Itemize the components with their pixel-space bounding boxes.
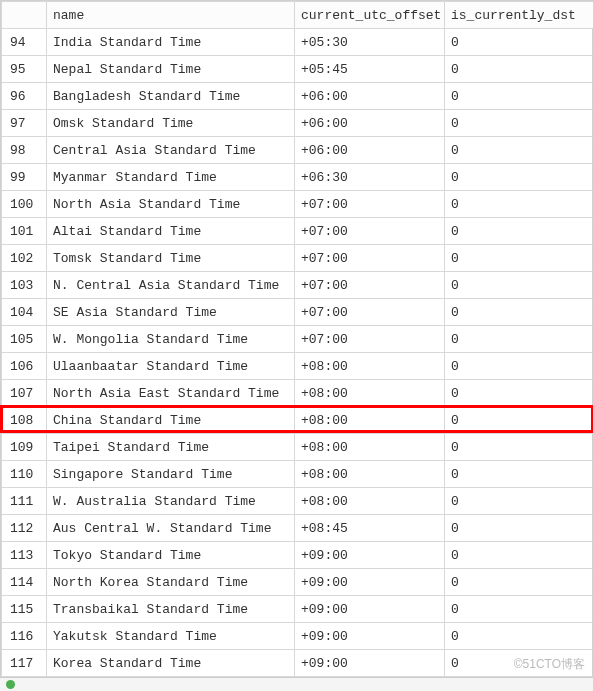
cell-rownum: 115 [2, 596, 47, 623]
cell-name: Myanmar Standard Time [47, 164, 295, 191]
cell-name: India Standard Time [47, 29, 295, 56]
table-row[interactable]: 115Transbaikal Standard Time+09:000 [2, 596, 594, 623]
header-is-currently-dst[interactable]: is_currently_dst [445, 2, 594, 29]
cell-offset: +05:30 [295, 29, 445, 56]
cell-offset: +08:00 [295, 488, 445, 515]
table-row[interactable]: 114North Korea Standard Time+09:000 [2, 569, 594, 596]
table-row[interactable]: 106Ulaanbaatar Standard Time+08:000 [2, 353, 594, 380]
cell-name: North Asia Standard Time [47, 191, 295, 218]
cell-dst: 0 [445, 272, 594, 299]
table-row[interactable]: 99Myanmar Standard Time+06:300 [2, 164, 594, 191]
header-rownum[interactable] [2, 2, 47, 29]
cell-name: Transbaikal Standard Time [47, 596, 295, 623]
cell-name: Omsk Standard Time [47, 110, 295, 137]
table-row[interactable]: 113Tokyo Standard Time+09:000 [2, 542, 594, 569]
table-row[interactable]: 109Taipei Standard Time+08:000 [2, 434, 594, 461]
cell-name: Altai Standard Time [47, 218, 295, 245]
table-row[interactable]: 96Bangladesh Standard Time+06:000 [2, 83, 594, 110]
cell-name: Tokyo Standard Time [47, 542, 295, 569]
cell-offset: +08:45 [295, 515, 445, 542]
table-row[interactable]: 108China Standard Time+08:000 [2, 407, 594, 434]
cell-rownum: 102 [2, 245, 47, 272]
table-row[interactable]: 112Aus Central W. Standard Time+08:450 [2, 515, 594, 542]
cell-name: Central Asia Standard Time [47, 137, 295, 164]
cell-dst: 0 [445, 569, 594, 596]
header-row: name current_utc_offset is_currently_dst [2, 2, 594, 29]
cell-offset: +08:00 [295, 434, 445, 461]
table-row[interactable]: 111W. Australia Standard Time+08:000 [2, 488, 594, 515]
table-row[interactable]: 98Central Asia Standard Time+06:000 [2, 137, 594, 164]
cell-name: China Standard Time [47, 407, 295, 434]
cell-rownum: 97 [2, 110, 47, 137]
cell-dst: 0 [445, 353, 594, 380]
cell-name: Yakutsk Standard Time [47, 623, 295, 650]
table-row[interactable]: 102Tomsk Standard Time+07:000 [2, 245, 594, 272]
cell-offset: +09:00 [295, 569, 445, 596]
cell-dst: 0 [445, 596, 594, 623]
header-current-utc-offset[interactable]: current_utc_offset [295, 2, 445, 29]
cell-rownum: 106 [2, 353, 47, 380]
cell-rownum: 95 [2, 56, 47, 83]
cell-offset: +07:00 [295, 245, 445, 272]
table-row[interactable]: 117Korea Standard Time+09:000 [2, 650, 594, 677]
cell-offset: +06:00 [295, 110, 445, 137]
cell-dst: 0 [445, 29, 594, 56]
cell-rownum: 101 [2, 218, 47, 245]
cell-offset: +09:00 [295, 596, 445, 623]
table-row[interactable]: 103N. Central Asia Standard Time+07:000 [2, 272, 594, 299]
table-row[interactable]: 116Yakutsk Standard Time+09:000 [2, 623, 594, 650]
cell-offset: +06:00 [295, 137, 445, 164]
cell-name: Singapore Standard Time [47, 461, 295, 488]
cell-dst: 0 [445, 164, 594, 191]
table-row[interactable]: 101Altai Standard Time+07:000 [2, 218, 594, 245]
cell-name: North Korea Standard Time [47, 569, 295, 596]
cell-dst: 0 [445, 137, 594, 164]
cell-dst: 0 [445, 461, 594, 488]
table-row[interactable]: 107North Asia East Standard Time+08:000 [2, 380, 594, 407]
cell-dst: 0 [445, 56, 594, 83]
cell-dst: 0 [445, 434, 594, 461]
cell-name: W. Australia Standard Time [47, 488, 295, 515]
cell-offset: +09:00 [295, 623, 445, 650]
cell-dst: 0 [445, 110, 594, 137]
table-row[interactable]: 110Singapore Standard Time+08:000 [2, 461, 594, 488]
cell-dst: 0 [445, 380, 594, 407]
table-row[interactable]: 94India Standard Time+05:300 [2, 29, 594, 56]
table-row[interactable]: 105W. Mongolia Standard Time+07:000 [2, 326, 594, 353]
cell-rownum: 112 [2, 515, 47, 542]
cell-rownum: 94 [2, 29, 47, 56]
cell-name: Bangladesh Standard Time [47, 83, 295, 110]
cell-dst: 0 [445, 83, 594, 110]
cell-offset: +09:00 [295, 542, 445, 569]
table-row[interactable]: 95Nepal Standard Time+05:450 [2, 56, 594, 83]
cell-dst: 0 [445, 326, 594, 353]
cell-offset: +07:00 [295, 218, 445, 245]
cell-dst: 0 [445, 488, 594, 515]
cell-rownum: 105 [2, 326, 47, 353]
cell-dst: 0 [445, 218, 594, 245]
cell-offset: +05:45 [295, 56, 445, 83]
cell-offset: +09:00 [295, 650, 445, 677]
header-name[interactable]: name [47, 2, 295, 29]
cell-offset: +06:00 [295, 83, 445, 110]
table-row[interactable]: 100North Asia Standard Time+07:000 [2, 191, 594, 218]
cell-offset: +08:00 [295, 407, 445, 434]
cell-rownum: 100 [2, 191, 47, 218]
table-row[interactable]: 97Omsk Standard Time+06:000 [2, 110, 594, 137]
cell-rownum: 99 [2, 164, 47, 191]
cell-rownum: 111 [2, 488, 47, 515]
cell-name: W. Mongolia Standard Time [47, 326, 295, 353]
cell-name: Ulaanbaatar Standard Time [47, 353, 295, 380]
cell-name: Tomsk Standard Time [47, 245, 295, 272]
status-bar [0, 677, 593, 691]
cell-name: Nepal Standard Time [47, 56, 295, 83]
cell-rownum: 96 [2, 83, 47, 110]
cell-offset: +06:30 [295, 164, 445, 191]
cell-dst: 0 [445, 650, 594, 677]
results-table: name current_utc_offset is_currently_dst… [1, 1, 593, 691]
table-row[interactable]: 104SE Asia Standard Time+07:000 [2, 299, 594, 326]
status-indicator-icon [6, 680, 15, 689]
cell-name: Aus Central W. Standard Time [47, 515, 295, 542]
cell-rownum: 109 [2, 434, 47, 461]
cell-rownum: 117 [2, 650, 47, 677]
